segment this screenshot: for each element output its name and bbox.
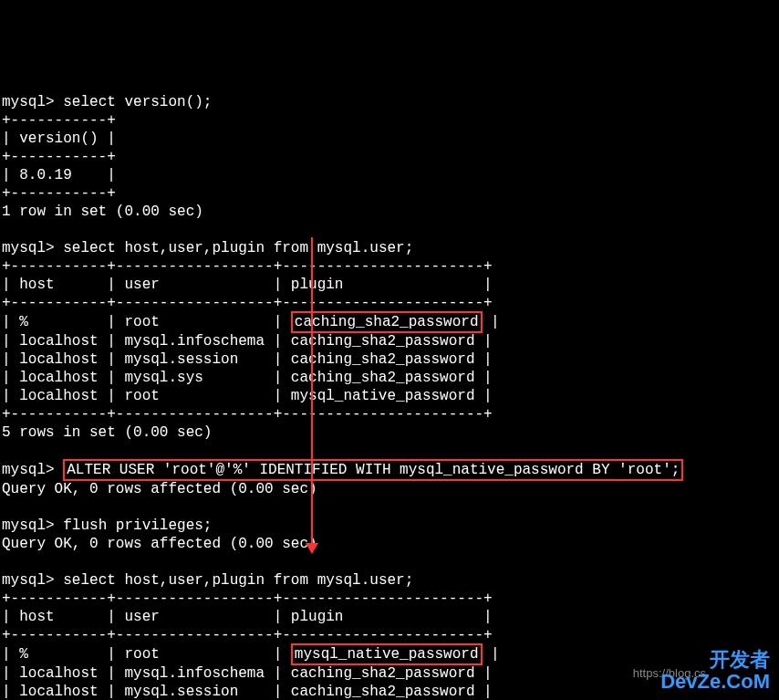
highlighted-alter-user-command: ALTER USER 'root'@'%' IDENTIFIED WITH my…	[63, 459, 683, 481]
table-row-prefix: | % | root |	[2, 646, 291, 663]
table-row: | localhost | mysql.infoschema | caching…	[2, 665, 493, 682]
prompt: mysql>	[2, 517, 55, 534]
table-border: +-----------+------------------+--------…	[2, 295, 493, 311]
prompt: mysql>	[2, 462, 55, 478]
watermark-logo-line2: DevZe.CoM	[660, 670, 770, 693]
table-border: +-----------+------------------+--------…	[2, 627, 493, 643]
table-row: | localhost | mysql.session | caching_sh…	[2, 684, 493, 700]
table-border: +-----------+------------------+--------…	[2, 258, 493, 275]
result-text: 5 rows in set (0.00 sec)	[2, 424, 212, 441]
highlighted-plugin-before: caching_sha2_password	[291, 311, 483, 333]
table-row-suffix: |	[483, 646, 500, 663]
prompt: mysql>	[2, 240, 55, 256]
table-row: | 8.0.19 |	[2, 167, 116, 183]
table-row: | localhost | root | mysql_native_passwo…	[2, 388, 493, 404]
sql-command-select-users: select host,user,plugin from mysql.user;	[63, 572, 413, 589]
sql-command-flush: flush privileges;	[63, 517, 212, 534]
watermark-logo-line1: 开发者	[710, 648, 770, 671]
prompt: mysql>	[2, 94, 55, 110]
table-border: +-----------+	[2, 185, 116, 202]
table-border: +-----------+	[2, 112, 116, 129]
highlighted-plugin-after: mysql_native_password	[291, 643, 483, 665]
result-text: Query OK, 0 rows affected (0.00 sec)	[2, 536, 317, 552]
prompt: mysql>	[2, 572, 55, 589]
watermark-logo: 开发者 DevZe.CoM	[660, 649, 770, 693]
table-border: +-----------+	[2, 149, 116, 165]
table-row: | localhost | mysql.sys | caching_sha2_p…	[2, 370, 493, 386]
result-text: 1 row in set (0.00 sec)	[2, 204, 203, 220]
table-row: | localhost | mysql.infoschema | caching…	[2, 333, 493, 350]
table-border: +-----------+------------------+--------…	[2, 590, 493, 607]
table-header: | version() |	[2, 131, 116, 147]
table-row-suffix: |	[483, 314, 500, 330]
table-row-prefix: | % | root |	[2, 314, 291, 330]
sql-command-select-users: select host,user,plugin from mysql.user;	[63, 240, 413, 256]
table-row: | localhost | mysql.session | caching_sh…	[2, 351, 493, 368]
table-border: +-----------+------------------+--------…	[2, 406, 493, 423]
sql-command-version: select version();	[63, 94, 212, 110]
table-header: | host | user | plugin |	[2, 609, 493, 625]
table-header: | host | user | plugin |	[2, 277, 493, 293]
result-text: Query OK, 0 rows affected (0.00 sec)	[2, 481, 317, 497]
terminal-output: mysql> select version(); +-----------+ |…	[0, 73, 779, 700]
